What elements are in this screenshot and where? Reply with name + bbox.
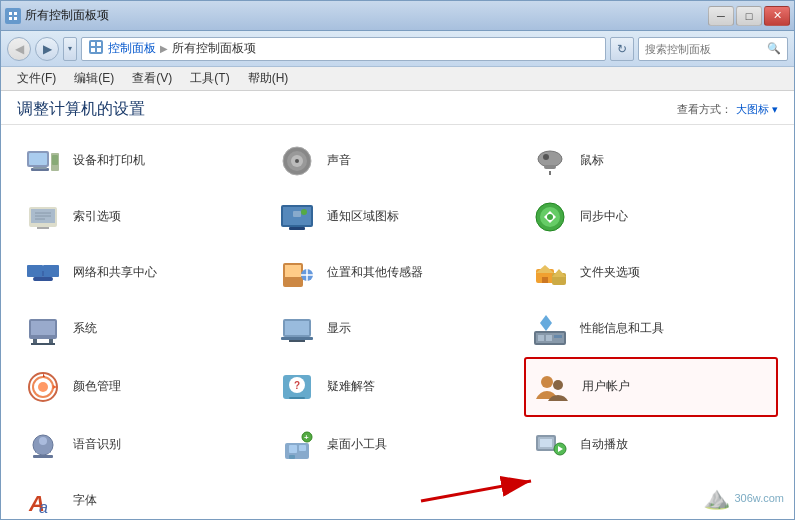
item-icon: A a xyxy=(23,481,63,519)
list-item[interactable]: 显示 xyxy=(271,301,525,357)
item-icon xyxy=(23,367,63,407)
menu-file[interactable]: 文件(F) xyxy=(9,68,64,89)
breadcrumb-current: 所有控制面板项 xyxy=(172,40,256,57)
item-label: 设备和打印机 xyxy=(73,153,145,169)
svg-rect-60 xyxy=(289,340,305,342)
item-icon xyxy=(277,253,317,293)
item-icon xyxy=(277,309,317,349)
list-item[interactable]: 文件夹选项 xyxy=(524,245,778,301)
titlebar-controls: ─ □ ✕ xyxy=(708,6,790,26)
search-icon: 🔍 xyxy=(767,42,781,55)
item-icon: + xyxy=(277,425,317,465)
svg-point-22 xyxy=(543,154,549,160)
breadcrumb-bar: 控制面板 ▶ 所有控制面板项 xyxy=(81,37,606,61)
item-icon xyxy=(23,425,63,465)
svg-point-20 xyxy=(538,151,562,167)
list-item[interactable]: + 桌面小工具 xyxy=(271,417,525,473)
svg-rect-0 xyxy=(7,10,19,22)
svg-rect-58 xyxy=(285,321,309,335)
item-label: 字体 xyxy=(73,493,97,509)
svg-point-76 xyxy=(39,437,47,445)
list-item[interactable]: 同步中心 xyxy=(524,189,778,245)
list-item[interactable]: 自动播放 xyxy=(524,417,778,473)
svg-rect-53 xyxy=(31,321,55,335)
item-label: 索引选项 xyxy=(73,209,121,225)
list-item[interactable]: 位置和其他传感器 xyxy=(271,245,525,301)
item-icon xyxy=(277,141,317,181)
svg-rect-72 xyxy=(289,397,305,399)
svg-text:a: a xyxy=(39,499,48,516)
list-item[interactable]: 颜色管理 xyxy=(17,357,271,417)
svg-rect-1 xyxy=(9,12,12,15)
list-item[interactable]: 网络和共享中心 xyxy=(17,245,271,301)
titlebar-title: 所有控制面板项 xyxy=(25,7,109,24)
svg-point-68 xyxy=(38,382,48,392)
refresh-button[interactable]: ↻ xyxy=(610,37,634,61)
list-item[interactable]: 鼠标 xyxy=(524,133,778,189)
list-item[interactable]: 语音识别 xyxy=(17,417,271,473)
svg-rect-15 xyxy=(52,155,58,165)
breadcrumb-sep-1: ▶ xyxy=(160,43,168,54)
search-input[interactable] xyxy=(645,43,763,55)
item-icon: ? xyxy=(277,367,317,407)
items-grid: 设备和打印机 声音 xyxy=(1,125,794,519)
list-item[interactable]: 通知区域图标 xyxy=(271,189,525,245)
svg-rect-7 xyxy=(97,42,101,46)
list-item[interactable]: 索引选项 xyxy=(17,189,271,245)
svg-rect-59 xyxy=(281,337,313,340)
view-label: 查看方式： xyxy=(677,102,732,117)
item-label: 疑难解答 xyxy=(327,379,375,395)
list-item[interactable]: 系统 xyxy=(17,301,271,357)
list-item-users[interactable]: 用户帐户 xyxy=(524,357,778,417)
list-item[interactable]: ? 疑难解答 xyxy=(271,357,525,417)
item-label: 网络和共享中心 xyxy=(73,265,157,281)
svg-rect-65 xyxy=(554,335,562,338)
item-icon xyxy=(530,309,570,349)
view-options: 查看方式： 大图标 ▾ xyxy=(677,102,778,117)
item-label: 声音 xyxy=(327,153,351,169)
list-item[interactable]: 性能信息和工具 xyxy=(524,301,778,357)
item-label: 自动播放 xyxy=(580,437,628,453)
breadcrumb-home[interactable]: 控制面板 xyxy=(108,40,156,57)
svg-rect-56 xyxy=(31,343,55,345)
content-area: 调整计算机的设置 查看方式： 大图标 ▾ xyxy=(1,91,794,519)
list-item[interactable]: 声音 xyxy=(271,133,525,189)
svg-rect-81 xyxy=(289,455,295,459)
svg-point-19 xyxy=(295,159,299,163)
recent-button[interactable]: ▾ xyxy=(63,37,77,61)
list-item[interactable]: A a 字体 xyxy=(17,473,271,519)
svg-rect-63 xyxy=(538,335,544,341)
maximize-button[interactable]: □ xyxy=(736,6,762,26)
main-area: 调整计算机的设置 查看方式： 大图标 ▾ xyxy=(1,91,794,519)
svg-rect-80 xyxy=(299,445,306,451)
svg-rect-39 xyxy=(43,265,59,277)
close-button[interactable]: ✕ xyxy=(764,6,790,26)
minimize-button[interactable]: ─ xyxy=(708,6,734,26)
back-button[interactable]: ◀ xyxy=(7,37,31,61)
menu-tools[interactable]: 工具(T) xyxy=(182,68,237,89)
forward-button[interactable]: ▶ xyxy=(35,37,59,61)
view-current[interactable]: 大图标 ▾ xyxy=(736,102,778,117)
svg-rect-38 xyxy=(27,265,43,277)
svg-point-37 xyxy=(547,214,553,220)
list-item[interactable]: 设备和打印机 xyxy=(17,133,271,189)
item-label: 颜色管理 xyxy=(73,379,121,395)
menu-view[interactable]: 查看(V) xyxy=(124,68,180,89)
menubar: 文件(F) 编辑(E) 查看(V) 工具(T) 帮助(H) xyxy=(1,67,794,91)
item-icon xyxy=(277,197,317,237)
search-box[interactable]: 🔍 xyxy=(638,37,788,61)
user-icon xyxy=(532,367,572,407)
svg-rect-77 xyxy=(33,455,53,458)
item-icon xyxy=(530,141,570,181)
item-label: 桌面小工具 xyxy=(327,437,387,453)
svg-rect-2 xyxy=(14,12,17,15)
menu-help[interactable]: 帮助(H) xyxy=(240,68,297,89)
navbar: ◀ ▶ ▾ 控制面板 ▶ 所有控制面板项 ↻ 🔍 xyxy=(1,31,794,67)
menu-edit[interactable]: 编辑(E) xyxy=(66,68,122,89)
content-wrapper: 调整计算机的设置 查看方式： 大图标 ▾ xyxy=(1,91,794,519)
svg-rect-29 xyxy=(37,227,49,229)
item-label: 系统 xyxy=(73,321,97,337)
breadcrumb-icon xyxy=(88,39,104,58)
window-icon xyxy=(5,8,21,24)
item-icon xyxy=(23,253,63,293)
